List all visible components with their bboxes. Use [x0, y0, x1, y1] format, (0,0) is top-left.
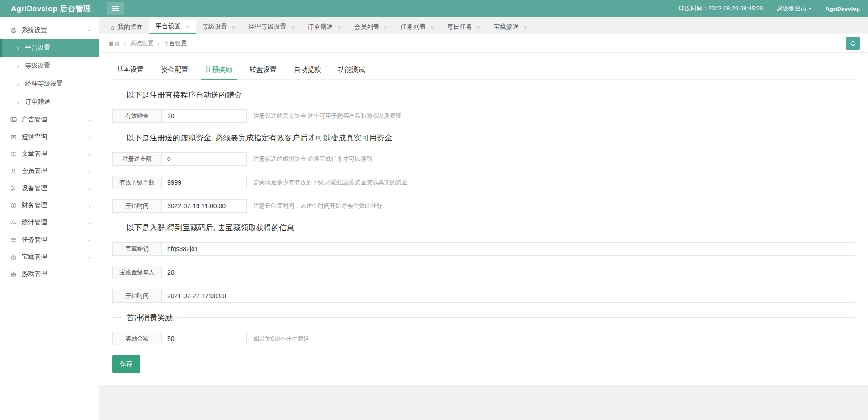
sidebar-item-system-settings[interactable]: ⚙系统设置›: [0, 22, 99, 39]
sidebar-subitem-order-gift[interactable]: ›订单赠送: [0, 93, 99, 111]
close-icon[interactable]: ×: [477, 24, 481, 31]
valid-subordinate-count-input[interactable]: [161, 176, 247, 189]
field-row: 宝藏秘钥: [112, 242, 855, 256]
breadcrumb: 首页/系统设置/平台设置: [108, 39, 187, 47]
book-icon: [9, 151, 18, 157]
chevron-left-icon: ‹: [89, 151, 91, 158]
field-row: 有效赠金注册就送的真实资金,这个可用于购买产品和游戏以及提现: [112, 109, 855, 123]
section-legend: 以下是入群,得到宝藏码后, 去宝藏领取获得的信息: [112, 223, 855, 233]
form-tab-function-test[interactable]: 功能测试: [334, 65, 370, 79]
legend-line: [177, 317, 855, 318]
valid-subordinate-count-label: 有效下级个数: [112, 176, 162, 189]
field-box: 注册送金额: [112, 152, 247, 166]
sidebar-item-sms-query[interactable]: ✉短信查询‹: [0, 128, 99, 145]
chevron-left-icon: ‹: [89, 271, 91, 278]
close-icon[interactable]: ×: [232, 24, 236, 31]
sidebar-subitem-label: 经理等级设置: [25, 80, 63, 88]
sidebar-item-label: 设备管理: [22, 184, 47, 192]
server-time: 印度时间：2022-08-29 08:45:29: [679, 5, 763, 13]
sidebar-item-label: 任务管理: [22, 236, 47, 244]
tab-label: 会员列表: [354, 23, 379, 31]
sidebar-subitem-level-settings[interactable]: ›等级设置: [0, 57, 99, 75]
tab-level-settings[interactable]: 等级设置×: [196, 20, 242, 34]
chevron-left-icon: ‹: [89, 117, 91, 123]
section-title: 以下是注册送的虚拟资金, 必须要完成指定有效客户后才可以变成真实可用资金: [122, 133, 396, 143]
legend-line: [246, 95, 855, 95]
sidebar-subitem-label: 等级设置: [25, 62, 50, 70]
sidebar-item-label: 统计管理: [22, 219, 47, 227]
tab-treasure-dispatch[interactable]: 宝藏派送×: [487, 20, 533, 34]
form-tab-basic-settings[interactable]: 基本设置: [112, 65, 148, 79]
tab-daily-task[interactable]: 每日任务×: [441, 20, 487, 34]
treasure-amount-per-person-label: 宝藏金额每人: [112, 266, 162, 279]
sidebar-item-task-management[interactable]: 任务管理‹: [0, 231, 99, 248]
virtual-start-time-input[interactable]: [161, 199, 247, 213]
field-row: 宝藏金额每人: [112, 266, 855, 279]
tab-my-desktop[interactable]: ⌂我的桌面: [104, 20, 149, 34]
valid-bonus-input[interactable]: [161, 109, 247, 123]
sidebar-item-treasure-management[interactable]: 宝藏管理‹: [0, 248, 99, 266]
field-hint: 需要满足多少有有效的下级,才能把虚拟资金变成真实的资金: [253, 178, 408, 187]
valid-bonus-label: 有效赠金: [112, 109, 162, 123]
field-hint: 注册就送的真实资金,这个可用于购买产品和游戏以及提现: [253, 112, 402, 120]
close-icon[interactable]: ×: [384, 24, 388, 31]
form-tab-fund-config[interactable]: 资金配置: [156, 65, 193, 79]
close-icon[interactable]: ×: [430, 24, 434, 31]
sidebar-subitem-manager-level-settings[interactable]: ›经理等级设置: [0, 75, 99, 93]
chevron-right-icon: ›: [17, 63, 19, 69]
user-icon: [9, 168, 18, 174]
sidebar-item-finance-management[interactable]: 财务管理‹: [0, 197, 99, 214]
breadcrumb-item[interactable]: 系统设置: [130, 39, 154, 47]
menu-toggle-button[interactable]: [107, 2, 124, 15]
treasure-secret-key-input[interactable]: [161, 242, 855, 256]
virtual-start-time-label: 开始时间: [112, 199, 162, 213]
tab-manager-level-settings[interactable]: 经理等级设置×: [242, 20, 302, 34]
username[interactable]: AgriDevelop: [825, 5, 860, 12]
tab-label: 我的桌面: [118, 23, 143, 31]
field-box: 有效赠金: [112, 109, 247, 123]
breadcrumb-item[interactable]: 首页: [108, 39, 120, 47]
treasure-start-time-input[interactable]: [161, 289, 855, 303]
tab-platform-settings[interactable]: 平台设置×: [149, 20, 196, 34]
home-icon: ⌂: [110, 24, 114, 31]
tab-member-list[interactable]: 会员列表×: [348, 20, 394, 34]
section-title: 首冲消费奖励: [122, 313, 177, 323]
pulse-icon: [9, 219, 18, 226]
close-icon[interactable]: ×: [291, 24, 295, 31]
role-dropdown[interactable]: 超级管理员 ▼: [776, 5, 811, 13]
sidebar-item-game-management[interactable]: 游戏管理‹: [0, 266, 99, 283]
form-tab-register-reward[interactable]: 注册奖励: [201, 65, 237, 79]
section-legend: 以下是注册送的虚拟资金, 必须要完成指定有效客户后才可以变成真实可用资金: [112, 133, 855, 143]
sidebar-item-member-management[interactable]: 会员管理‹: [0, 163, 99, 180]
chevron-left-icon: ‹: [89, 185, 91, 192]
tab-order-gift[interactable]: 订单赠送×: [301, 20, 348, 34]
field-box: 有效下级个数: [112, 176, 247, 189]
field-row: 开始时间: [112, 289, 855, 303]
field-box: 开始时间: [112, 289, 855, 303]
field-row: 开始时间注意是印度时间，从这个时间开始才会生效此任务: [112, 199, 855, 213]
chevron-left-icon: ‹: [89, 219, 91, 226]
sidebar-item-stats-management[interactable]: 统计管理‹: [0, 214, 99, 231]
close-icon[interactable]: ×: [185, 23, 189, 30]
tab-label: 等级设置: [202, 23, 227, 31]
sidebar-item-ad-management[interactable]: 广告管理‹: [0, 111, 99, 128]
close-icon[interactable]: ×: [337, 24, 341, 31]
refresh-icon: [850, 40, 856, 47]
save-button[interactable]: 保存: [112, 355, 140, 373]
sidebar-item-device-management[interactable]: 设备管理‹: [0, 180, 99, 197]
tools-icon: [9, 185, 18, 191]
form-tab-auto-withdraw[interactable]: 自动提款: [289, 65, 326, 79]
reward-amount-input[interactable]: [161, 332, 247, 345]
field-box: 开始时间: [112, 199, 247, 213]
treasure-amount-per-person-input[interactable]: [161, 266, 855, 279]
sidebar-item-label: 文章管理: [22, 150, 47, 158]
sidebar-item-article-management[interactable]: 文章管理‹: [0, 145, 99, 163]
tab-task-list[interactable]: 任务列表×: [394, 20, 441, 34]
sidebar-subitem-platform-settings[interactable]: ›平台设置: [0, 39, 99, 57]
close-icon[interactable]: ×: [523, 24, 527, 31]
hamburger-icon: [112, 6, 119, 11]
field-row: 注册送金额注册就送的虚拟资金,必须完成任务才可以得到: [112, 152, 855, 166]
refresh-button[interactable]: [846, 37, 860, 50]
register-gift-amount-input[interactable]: [161, 152, 247, 166]
form-tab-wheel-settings[interactable]: 转盘设置: [245, 65, 281, 79]
